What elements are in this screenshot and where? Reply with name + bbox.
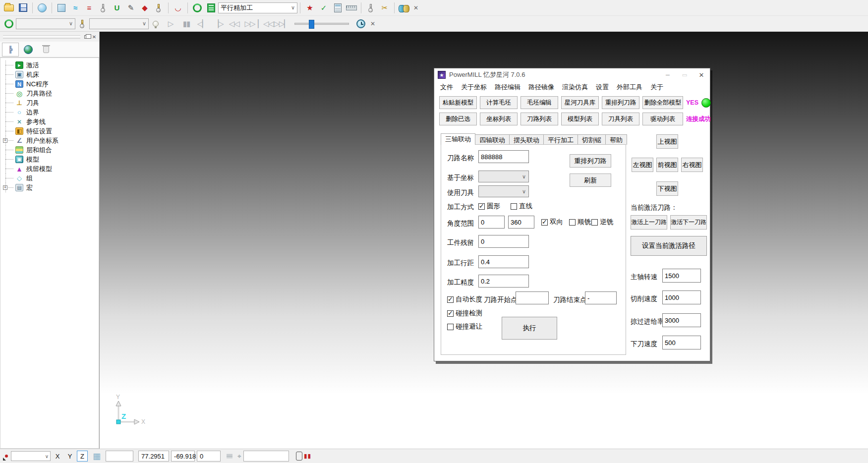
menu-render-sim[interactable]: 渲染仿真 <box>558 81 592 93</box>
clipboard-icon[interactable] <box>296 452 302 461</box>
toolpath-combobox[interactable]: ∨ <box>16 18 75 29</box>
tool-select-icon[interactable] <box>76 17 89 30</box>
toolpath-start-input[interactable] <box>516 291 549 304</box>
toolpath-pattern-icon[interactable]: ≈ <box>69 1 82 14</box>
tree-item-models[interactable]: ▣模型 <box>0 155 99 164</box>
tool-library-button[interactable]: 星河刀具库 <box>561 96 599 109</box>
strategy-combobox[interactable]: 平行精加工 ∨ <box>218 2 297 13</box>
circle-checkbox[interactable]: 圆形 <box>478 202 500 211</box>
step-forward-icon[interactable]: ▕▷ <box>211 17 226 30</box>
tool-star-icon[interactable]: ★ <box>303 1 316 14</box>
cylinders-icon[interactable] <box>398 1 410 14</box>
view-top-button[interactable]: 上视图 <box>656 134 678 149</box>
block-icon[interactable] <box>55 1 68 14</box>
based-coord-combobox[interactable]: ∨ <box>478 171 529 182</box>
tool-icon[interactable] <box>97 1 110 14</box>
tool-pair-icon[interactable] <box>364 1 377 14</box>
execute-button[interactable]: 执行 <box>502 317 557 340</box>
line-checkbox[interactable]: 直线 <box>511 202 532 211</box>
go-to-end-icon[interactable]: ▷▷▏ <box>274 17 289 30</box>
step-back-icon[interactable]: ◁▏ <box>195 17 210 30</box>
ruler-icon[interactable] <box>345 1 358 14</box>
toolbar-close-icon[interactable]: ✕ <box>411 3 421 13</box>
tab-tilt-head[interactable]: 摆头联动 <box>509 134 544 145</box>
collision-detect-checkbox[interactable]: 碰撞检测 <box>447 309 482 318</box>
tool-list-button[interactable]: 刀具列表 <box>602 113 639 125</box>
delete-all-models-button[interactable]: 删除全部模型 <box>642 96 683 109</box>
view-right-button[interactable]: 右视图 <box>681 158 703 172</box>
tree-item-stock-models[interactable]: ▲残留模型 <box>0 164 99 174</box>
tool-database-icon[interactable] <box>152 1 165 14</box>
tree-item-activate[interactable]: ▸激活 <box>0 60 99 70</box>
tree-item-groups[interactable]: ◇组 <box>0 174 99 183</box>
coord-list-button[interactable]: 坐标列表 <box>480 113 518 125</box>
climb-mill-checkbox[interactable]: 顺铣 <box>569 218 591 227</box>
bidirectional-checkbox[interactable]: 双向 <box>541 218 563 227</box>
tab-saw[interactable]: 切割锯 <box>578 134 606 145</box>
view-left-button[interactable]: 左视图 <box>632 158 653 172</box>
tab-web[interactable] <box>20 43 37 57</box>
stepover-input[interactable] <box>478 255 529 268</box>
tree-item-toolpaths[interactable]: ◎刀具路径 <box>0 89 99 98</box>
clock-icon[interactable] <box>354 17 367 30</box>
tree-item-nc-programs[interactable]: NNC程序 <box>0 79 99 89</box>
menu-coords[interactable]: 关于坐标 <box>457 81 491 93</box>
tab-help[interactable]: 帮助 <box>605 134 627 145</box>
level-combobox[interactable]: ∨ <box>11 451 51 461</box>
axis-y-button[interactable]: Y <box>64 451 75 462</box>
tree-item-workplanes[interactable]: +∠用户坐标系 <box>0 136 99 145</box>
menu-about[interactable]: 关于 <box>646 81 667 93</box>
xyz-list-icon[interactable] <box>227 454 232 459</box>
axis-z-button[interactable]: Z <box>77 451 88 462</box>
tree-item-boundaries[interactable]: ○边界 <box>0 108 99 117</box>
strategy-list-icon[interactable] <box>205 1 218 14</box>
dialog-titlebar[interactable]: ★ PowerMILL 忆梦星河 7.0.6 ─ ▭ ✕ <box>434 68 710 81</box>
skim-feed-input[interactable] <box>662 313 701 327</box>
close-icon[interactable]: ✕ <box>693 68 710 81</box>
stock-remain-input[interactable] <box>478 235 529 248</box>
expand-icon[interactable]: + <box>3 138 7 143</box>
tree-item-tools[interactable]: ⊥刀具 <box>0 98 99 108</box>
delete-selected-button[interactable]: 删除已选 <box>439 113 477 125</box>
conventional-mill-checkbox[interactable]: 逆铣 <box>591 218 613 227</box>
toolpath-name-input[interactable] <box>478 150 529 163</box>
tab-3axis[interactable]: 三轴联动 <box>441 133 475 145</box>
tab-explorer-tree[interactable]: ╠ <box>2 43 19 57</box>
fast-forward-icon[interactable]: ▷▷ <box>242 17 257 30</box>
lightbulb-icon[interactable] <box>149 17 162 30</box>
use-tool-combobox[interactable]: ∨ <box>478 185 529 197</box>
save-project-icon[interactable] <box>16 1 29 14</box>
angle-end-input[interactable] <box>508 216 534 229</box>
grid-toggle-icon[interactable]: ▦ <box>93 451 101 462</box>
refresh-button[interactable]: 刷新 <box>570 174 611 187</box>
axis-x-button[interactable]: X <box>52 451 63 462</box>
tree-item-levels-sets[interactable]: 层和组合 <box>0 145 99 155</box>
tab-parallel[interactable]: 平行加工 <box>543 134 578 145</box>
toolpath-list-button[interactable]: 刀路列表 <box>521 113 558 125</box>
workplane-points-icon[interactable]: ◆ <box>138 1 151 14</box>
feedrate-icon[interactable]: ≡ <box>83 1 96 14</box>
minimize-icon[interactable]: ─ <box>659 68 676 81</box>
menu-external-tools[interactable]: 外部工具 <box>613 81 646 93</box>
cutting-feed-input[interactable] <box>662 290 701 304</box>
go-to-start-icon[interactable]: ▏◁◁ <box>258 17 273 30</box>
close-panel-icon[interactable]: ✕ <box>90 33 98 40</box>
rewind-icon[interactable]: ◁◁ <box>227 17 241 30</box>
tab-4axis[interactable]: 四轴联动 <box>475 134 510 145</box>
tree-item-patterns[interactable]: ✕参考线 <box>0 117 99 126</box>
locate-icon[interactable]: ⌖ <box>237 452 241 461</box>
paste-new-model-button[interactable]: 粘贴新模型 <box>439 96 477 109</box>
activate-prev-toolpath-button[interactable]: 激活上一刀路 <box>631 215 667 230</box>
activate-next-toolpath-button[interactable]: 激活下一刀路 <box>670 215 707 230</box>
marker-flyout[interactable] <box>3 452 10 461</box>
spindle-speed-input[interactable] <box>662 269 701 283</box>
scissors-icon[interactable]: ✂ <box>378 1 391 14</box>
simulation-speed-slider[interactable] <box>294 23 349 25</box>
auto-length-checkbox[interactable]: 自动长度 <box>447 295 482 304</box>
shaded-view-icon[interactable] <box>36 1 49 14</box>
play-icon[interactable]: ▷ <box>163 17 178 30</box>
pause-icon[interactable]: ▮▮ <box>179 17 194 30</box>
toolbar-close-icon[interactable]: ✕ <box>368 19 378 29</box>
rearrange-toolpaths-button[interactable]: 重排列刀路 <box>602 96 639 109</box>
menu-settings[interactable]: 设置 <box>592 81 613 93</box>
